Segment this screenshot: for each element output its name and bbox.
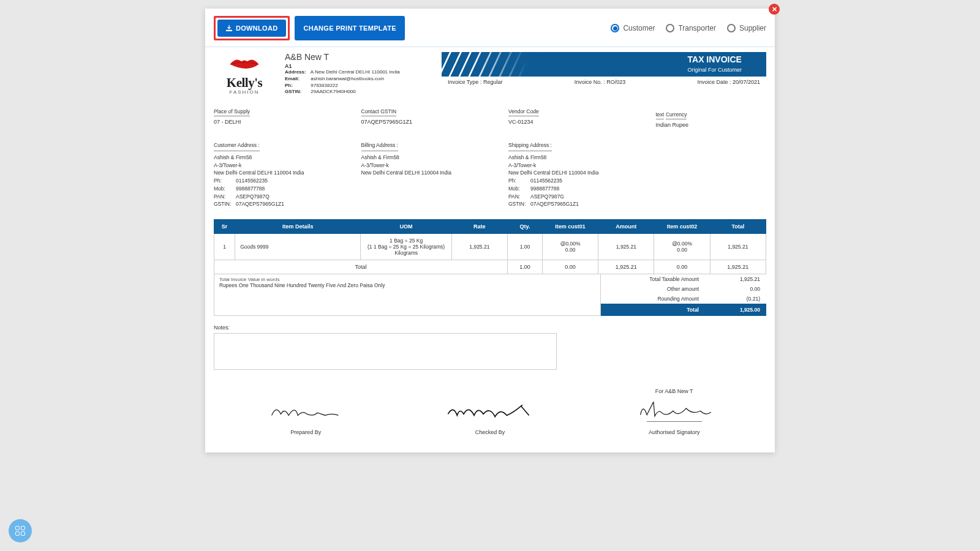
invoice-date: 20/07/2021 — [733, 79, 760, 85]
download-label: DOWNLOAD — [236, 24, 277, 32]
place-of-supply-label: Place of Supply — [214, 108, 250, 116]
lips-icon — [227, 56, 262, 73]
amount-in-words: Total Invoice Value in words Rupees One … — [214, 274, 601, 316]
th-sr: Sr — [214, 220, 235, 234]
currency-label: Currency — [666, 111, 687, 119]
invoice-no: RO/023 — [606, 79, 625, 85]
download-button[interactable]: DOWNLOAD — [217, 20, 286, 37]
notes-label: Notes: — [214, 324, 766, 331]
radio-label: Supplier — [739, 24, 766, 32]
customer-address: Customer Address : Ashish & Firm58 A-3/T… — [214, 141, 325, 208]
signature-checked — [444, 401, 535, 421]
radio-label: Transporter — [678, 24, 716, 32]
other-amount: 0.00 — [723, 286, 760, 292]
radio-icon — [727, 24, 736, 32]
totals-summary: Total Taxable Amount1,925.21 Other amoun… — [601, 274, 766, 316]
logo-name: Kelly's — [214, 75, 275, 91]
company-title: A&B New T — [285, 52, 432, 62]
grand-total: 1,925.00 — [723, 307, 760, 313]
radio-customer[interactable]: Customer — [611, 24, 655, 32]
radio-icon — [666, 24, 674, 32]
prepared-by-block: Prepared By — [214, 392, 398, 435]
authorised-signatory-block: For A&B New T Authorised Signatory — [582, 388, 766, 435]
place-of-supply: 07 - DELHI — [214, 119, 325, 125]
radio-supplier[interactable]: Supplier — [727, 24, 766, 32]
vendor-code-label: Vendor Code — [508, 108, 539, 116]
for-company: For A&B New T — [582, 388, 766, 394]
th-amount: Amount — [598, 220, 654, 234]
tax-invoice-title: TAX INVOICE — [688, 54, 742, 64]
download-icon — [226, 25, 232, 31]
currency: Indian Rupee — [656, 122, 767, 128]
tax-invoice-subtitle: Original For Customer — [687, 67, 742, 73]
th-total: Total — [710, 220, 766, 234]
total-taxable: 1,925.21 — [723, 276, 760, 282]
th-cust02: Item cust02 — [654, 220, 710, 234]
toolbar: DOWNLOAD CHANGE PRINT TEMPLATE Customer … — [205, 9, 775, 47]
contact-gstin-label: Contact GSTIN — [361, 108, 397, 116]
close-button[interactable]: ✕ — [769, 4, 780, 15]
text-label: text — [656, 111, 665, 119]
items-table: Sr Item Details UOM Rate Qty. Item cust0… — [214, 219, 766, 274]
shipping-address: Shipping Address : Ashish & Firm58 A-3/T… — [508, 141, 619, 208]
th-uom: UOM — [361, 220, 451, 234]
checked-by-block: Checked By — [398, 392, 582, 435]
radio-transporter[interactable]: Transporter — [666, 24, 716, 32]
notes-input[interactable] — [214, 333, 557, 370]
th-rate: Rate — [451, 220, 507, 234]
company-code: A1 — [285, 63, 432, 69]
contact-gstin: 07AQEPS7965G1Z1 — [361, 119, 472, 125]
company-info: A&B New T A1 Address: A New Delhi Centra… — [285, 52, 432, 96]
radio-label: Customer — [623, 24, 655, 32]
vendor-code: VC-01234 — [508, 119, 619, 125]
invoice-type: Regular — [483, 79, 503, 85]
billing-address: Billing Address : Ashish & Firm58 A-3/To… — [361, 141, 472, 208]
tax-invoice-banner: TAX INVOICE Original For Customer Invoic… — [442, 52, 766, 85]
table-total-row: Total 1.00 0.00 1,925.21 0.00 1,925.21 — [214, 260, 766, 274]
logo: Kelly's FASHION — [214, 52, 275, 95]
radio-icon — [611, 24, 619, 32]
change-template-button[interactable]: CHANGE PRINT TEMPLATE — [295, 16, 405, 40]
th-cust01: Item cust01 — [543, 220, 598, 234]
signature-prepared — [266, 401, 345, 421]
rounding-amount: (0.21) — [723, 296, 760, 302]
table-row: 1 Goods 9999 1 Bag = 25 Kg(1 1 Bag = 25 … — [214, 234, 766, 260]
logo-sub: FASHION — [214, 89, 275, 95]
signature-authorised — [635, 399, 714, 419]
th-item: Item Details — [235, 220, 361, 234]
th-qty: Qty. — [507, 220, 542, 234]
svg-rect-0 — [226, 30, 232, 31]
download-highlight: DOWNLOAD — [214, 16, 290, 40]
